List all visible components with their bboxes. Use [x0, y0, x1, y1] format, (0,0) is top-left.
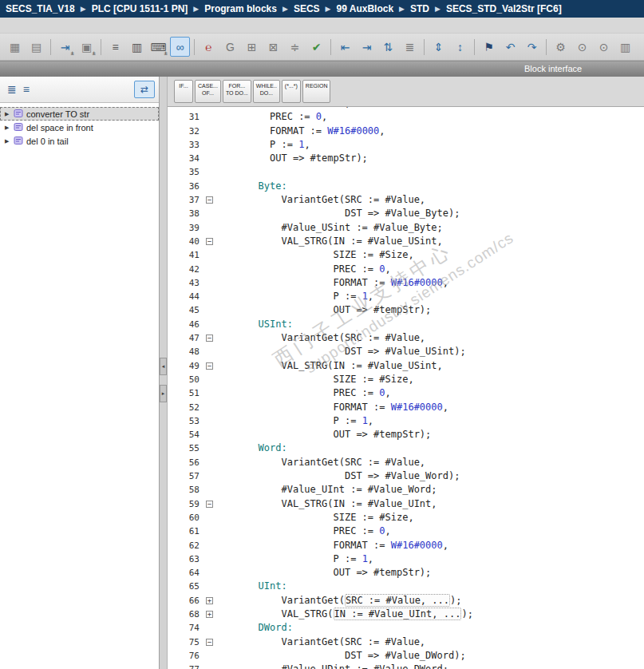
breadcrumb-item[interactable]: 99 AuxBlock: [337, 3, 394, 14]
code-text[interactable]: DST => #Value_Byte);: [218, 207, 644, 220]
code-text[interactable]: OUT => #tempStr);: [218, 428, 644, 441]
absolute-operands-icon[interactable]: ⇕: [429, 37, 448, 57]
code-text[interactable]: SIZE := #Size,: [218, 511, 644, 525]
expand-arrow-icon[interactable]: ▶: [5, 125, 14, 131]
code-text[interactable]: VAL_STRG(IN := #Value_USint,: [218, 359, 644, 373]
code-text[interactable]: FORMAT := W#16#0000,: [218, 276, 644, 290]
expand-arrow-icon[interactable]: ▶: [5, 111, 14, 117]
keyboard-shortcut-icon[interactable]: ⌨±: [148, 37, 168, 57]
snippet-tab-for[interactable]: FOR...TO DO...: [223, 80, 251, 103]
code-text[interactable]: DST => #Value_Word);: [218, 469, 644, 483]
fold-expand-icon[interactable]: +: [206, 597, 213, 604]
snapshot-icon[interactable]: ≑: [285, 37, 305, 57]
breadcrumb-item[interactable]: SECS_STD_Val2Str [FC6]: [446, 3, 562, 14]
code-text[interactable]: PREC := 0,: [218, 263, 644, 276]
code-text[interactable]: DST => #Value_USint);: [218, 345, 644, 358]
snippet-tab-if[interactable]: IF...: [174, 80, 193, 103]
code-text[interactable]: USInt:: [218, 318, 644, 331]
collapse-left-button[interactable]: ◂: [160, 358, 167, 375]
fold-collapse-icon[interactable]: −: [206, 196, 213, 204]
breadcrumb-item[interactable]: SECS_TIA_V18: [6, 3, 75, 14]
format-source-icon[interactable]: ≣: [400, 37, 420, 57]
sort-order-icon[interactable]: ≡: [23, 83, 30, 96]
code-text[interactable]: VAL_STRG(IN := #Value_UInt, ...);: [218, 608, 644, 621]
code-text[interactable]: #Value_UInt := #Value_Word;: [218, 483, 644, 497]
collapse-panel-button[interactable]: ⇄: [134, 81, 155, 98]
code-text[interactable]: OUT => #tempStr);: [218, 566, 644, 580]
block-interface-bar[interactable]: Block interface: [0, 61, 644, 77]
outdent-icon[interactable]: ⇤: [335, 37, 355, 57]
code-text[interactable]: Word:: [218, 441, 644, 455]
next-position-icon[interactable]: ↷: [522, 37, 542, 57]
code-text[interactable]: VAL_STRG(IN := #Value_USint,: [218, 235, 644, 248]
compare-offline-icon[interactable]: ⊙: [594, 37, 614, 57]
previous-position-icon[interactable]: ↶: [500, 37, 520, 57]
code-text[interactable]: P := 1,: [218, 290, 644, 303]
code-text[interactable]: PREC := 0,: [218, 110, 644, 124]
code-text[interactable]: OUT => #tempStr);: [218, 303, 644, 317]
tree-item[interactable]: ▶del space in front: [0, 121, 159, 134]
code-text[interactable]: Byte:: [218, 180, 644, 193]
code-text[interactable]: VariantGet(SRC := #Value,: [218, 193, 644, 207]
know-how-protection-icon[interactable]: ⚙: [551, 37, 571, 57]
outline-view-icon[interactable]: ≣: [7, 83, 17, 96]
insert-object-icon[interactable]: ▦: [5, 37, 25, 57]
code-text[interactable]: #Value_USint := #Value_Byte;: [218, 221, 644, 235]
code-text[interactable]: PREC := 0,: [218, 525, 644, 538]
insert-row-icon[interactable]: ▤: [26, 37, 46, 57]
code-text[interactable]: OUT => #tempStr);: [218, 152, 644, 165]
breadcrumb-item[interactable]: STD: [410, 3, 429, 14]
swap-operands-icon[interactable]: ⇅: [378, 37, 398, 57]
code-text[interactable]: FORMAT := W#16#0000,: [218, 125, 644, 138]
code-area[interactable]: 30 SIZE := #Size,31 PREC := 0,32 FORMAT …: [168, 107, 644, 669]
code-text[interactable]: SIZE := #Size,: [218, 373, 644, 386]
collapse-right-button[interactable]: ▸: [160, 385, 167, 402]
code-text[interactable]: VariantGet(SRC := #Value,: [218, 331, 644, 345]
library-icon[interactable]: ▥: [615, 37, 635, 57]
breadcrumb-item[interactable]: Program blocks: [204, 3, 277, 14]
fold-collapse-icon[interactable]: −: [206, 362, 213, 370]
expand-arrow-icon[interactable]: ▶: [5, 138, 14, 144]
code-text[interactable]: P := 1,: [218, 138, 644, 152]
import-block-icon[interactable]: ⇥±: [55, 37, 75, 57]
bookmark-flag-icon[interactable]: ⚑: [479, 37, 499, 57]
code-text[interactable]: VariantGet(SRC := #Value,: [218, 635, 644, 649]
code-text[interactable]: PREC := 0,: [218, 386, 644, 400]
snippet-tab-region[interactable]: REGION: [302, 80, 331, 103]
compare-online-icon[interactable]: ⊙: [572, 37, 592, 57]
code-text[interactable]: UInt:: [218, 580, 644, 593]
split-window-icon[interactable]: ▥: [127, 37, 147, 57]
fold-collapse-icon[interactable]: −: [206, 639, 213, 646]
breadcrumb-item[interactable]: PLC [CPU 1511-1 PN]: [92, 3, 188, 14]
insert-comment-icon[interactable]: ⊞: [242, 37, 262, 57]
fold-collapse-icon[interactable]: −: [206, 334, 213, 342]
code-text[interactable]: P := 1,: [218, 552, 644, 566]
outline-icon[interactable]: ≡: [105, 37, 125, 57]
snippet-tab-case[interactable]: CASE...OF...: [195, 80, 221, 103]
code-text[interactable]: VariantGet(SRC := #Value, ...);: [218, 594, 644, 608]
code-text[interactable]: SIZE := #Size,: [218, 248, 644, 262]
fold-expand-icon[interactable]: +: [206, 611, 213, 618]
update-call-icon[interactable]: ⊠: [263, 37, 283, 57]
code-text[interactable]: VAL_STRG(IN := #Value_UInt,: [218, 497, 644, 511]
eno-off-icon[interactable]: ℮: [199, 37, 219, 57]
fold-collapse-icon[interactable]: −: [206, 238, 213, 245]
compile-icon[interactable]: ✔: [306, 37, 326, 57]
code-text[interactable]: #Value_UDint := #Value_DWord;: [218, 663, 644, 669]
copy-block-icon[interactable]: ▣±: [77, 37, 97, 57]
snippet-tab-[interactable]: (*...*): [282, 80, 301, 103]
code-text[interactable]: [218, 165, 644, 179]
symbol-info-toggle-icon[interactable]: ∞: [170, 37, 190, 57]
breadcrumb-item[interactable]: SECS: [294, 3, 320, 14]
code-text[interactable]: VariantGet(SRC := #Value,: [218, 456, 644, 469]
tree-item[interactable]: ▶del 0 in tail: [0, 134, 159, 148]
pane-splitter[interactable]: ◂▸: [160, 77, 168, 669]
code-text[interactable]: DST => #Value_DWord);: [218, 649, 644, 663]
eno-on-icon[interactable]: G: [220, 37, 240, 57]
code-text[interactable]: DWord:: [218, 621, 644, 635]
code-text[interactable]: FORMAT := W#16#0000,: [218, 401, 644, 414]
code-text[interactable]: FORMAT := W#16#0000,: [218, 539, 644, 552]
tree-item[interactable]: ▶converter TO str: [0, 107, 159, 121]
fold-collapse-icon[interactable]: −: [206, 501, 213, 508]
renumber-icon[interactable]: ↕: [450, 37, 470, 57]
